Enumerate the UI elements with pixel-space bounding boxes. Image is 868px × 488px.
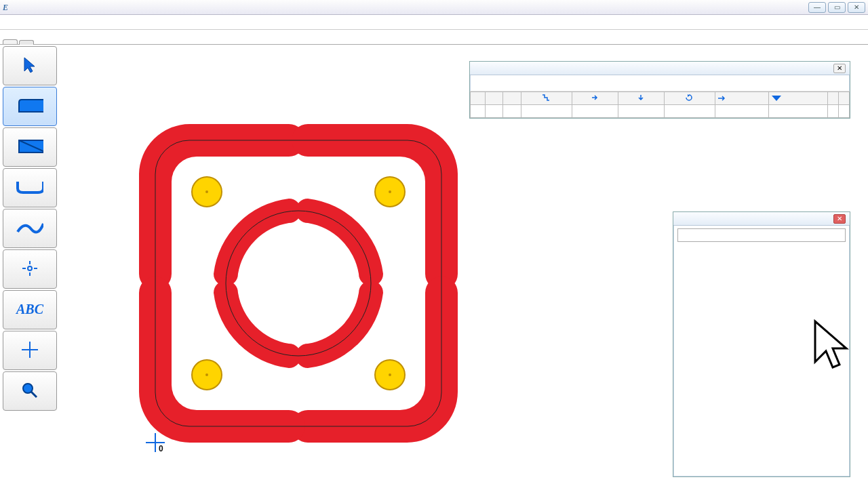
tabstrip xyxy=(0,30,868,45)
close-button[interactable]: ✕ xyxy=(848,2,865,13)
svg-text:0: 0 xyxy=(159,444,163,453)
tab-workspace[interactable] xyxy=(3,39,18,44)
svg-point-7 xyxy=(389,190,391,193)
svg-point-0 xyxy=(28,266,32,270)
tool-zero[interactable] xyxy=(3,331,57,370)
col-edit xyxy=(828,92,839,105)
app-icon: E xyxy=(3,3,12,12)
tool-select[interactable] xyxy=(3,46,57,85)
tool-list-panel: ✕ xyxy=(469,61,850,119)
toolpath-properties-panel: ✕ xyxy=(673,211,850,477)
col-diameter[interactable] xyxy=(503,92,521,105)
tool-text[interactable]: ABC xyxy=(3,290,57,329)
minimize-button[interactable]: — xyxy=(808,2,826,13)
tool-list-close[interactable]: ✕ xyxy=(833,64,846,73)
col-delete xyxy=(839,92,850,105)
col-fxy[interactable] xyxy=(572,92,618,105)
menubar xyxy=(0,15,868,30)
engraving-icon xyxy=(16,178,43,196)
col-fz[interactable] xyxy=(618,92,664,105)
tool-engraving[interactable] xyxy=(3,168,57,207)
props-search[interactable] xyxy=(677,228,846,242)
tool-preview[interactable] xyxy=(3,371,57,411)
col-s[interactable] xyxy=(664,92,715,105)
inside-icon xyxy=(16,138,43,155)
outside-icon xyxy=(16,97,43,115)
svg-point-5 xyxy=(205,190,208,193)
magnifier-icon xyxy=(16,382,43,399)
sidebar: ABC xyxy=(3,46,57,411)
props-close[interactable]: ✕ xyxy=(833,214,846,224)
svg-point-9 xyxy=(205,373,208,376)
tool-drill[interactable] xyxy=(3,249,57,289)
col-no[interactable] xyxy=(471,92,486,105)
svg-point-11 xyxy=(389,373,391,376)
col-percent[interactable] xyxy=(715,92,769,105)
zero-icon xyxy=(16,341,43,359)
tool-list-table xyxy=(470,92,850,118)
tool-carve[interactable] xyxy=(3,209,57,248)
tool-inside[interactable] xyxy=(3,127,57,167)
carve-icon xyxy=(16,219,43,237)
col-name[interactable] xyxy=(486,92,503,105)
svg-point-1 xyxy=(23,384,33,393)
col-angle[interactable] xyxy=(769,92,828,105)
maximize-button[interactable]: ▭ xyxy=(828,2,846,13)
text-icon: ABC xyxy=(16,300,43,318)
drill-icon xyxy=(16,260,43,277)
col-zplus[interactable] xyxy=(521,92,572,105)
tab-setup[interactable] xyxy=(19,40,34,45)
tool-outside[interactable] xyxy=(3,87,57,126)
titlebar: E — ▭ ✕ xyxy=(0,0,868,15)
cursor-icon xyxy=(16,56,43,74)
